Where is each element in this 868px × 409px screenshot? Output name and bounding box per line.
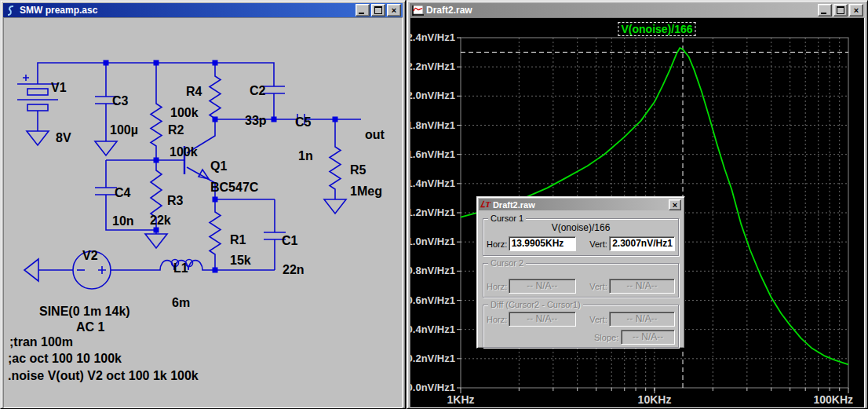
value-r3[interactable]: 22k: [150, 214, 171, 227]
cursor2-horz-field: -- N/A--: [509, 279, 577, 294]
y-tick-label: 1.6nV/Hz1: [410, 148, 455, 160]
dialog-close-button[interactable]: ×: [669, 199, 681, 210]
maximize-icon: [374, 6, 382, 14]
waveform-titlebar[interactable]: Draft2.raw ×: [410, 3, 865, 17]
y-tick-label: 1.4nV/Hz1: [410, 177, 455, 189]
cursor2-group: Cursor 2 Horz: -- N/A-- Vert: -- N/A--: [483, 263, 679, 298]
waveform-doc-icon: [411, 5, 424, 16]
x-tick-label: 100KHz: [813, 393, 853, 406]
ltspice-app-icon: 𝐿T: [480, 199, 491, 210]
label-r2[interactable]: R2: [168, 123, 184, 137]
label-c5[interactable]: C5: [295, 115, 311, 129]
maximize-button[interactable]: [833, 4, 848, 16]
cursor-dialog-titlebar[interactable]: 𝐿T Draft2.raw ×: [479, 199, 683, 210]
y-tick-label: 0.8nV/Hz1: [410, 265, 455, 276]
cursor1-group: Cursor 1 V(onoise)/166 Horz: 13.9905KHz …: [483, 218, 679, 256]
directive-noise[interactable]: .noise V(out) V2 oct 100 1k 100k: [8, 369, 199, 382]
maximize-button[interactable]: [371, 4, 385, 16]
value-v2-ac[interactable]: AC 1: [76, 320, 104, 334]
schematic-drawing[interactable]: [4, 18, 403, 408]
cursor1-vert-field[interactable]: 2.3007nV/Hz1: [609, 236, 675, 251]
waveform-window-title: Draft2.raw: [426, 5, 815, 16]
cursor2-horz-label: Horz:: [487, 282, 509, 291]
label-l1[interactable]: L1: [173, 261, 188, 275]
y-tick-label: 1.8nV/Hz1: [410, 119, 455, 131]
label-r5[interactable]: R5: [350, 163, 366, 177]
close-button[interactable]: ×: [849, 4, 863, 16]
cursor1-vert-label: Vert:: [589, 239, 609, 249]
value-l1[interactable]: 6m: [172, 296, 190, 309]
resistor-r4-symbol[interactable]: [210, 63, 221, 119]
cursor2-vert-field: -- N/A--: [609, 279, 675, 294]
value-c2[interactable]: 33p: [245, 114, 267, 127]
part-q1[interactable]: BC547C: [210, 181, 258, 194]
desktop: { "icons": { "close_glyph": "×" }, "left…: [0, 0, 868, 409]
value-r1[interactable]: 15k: [230, 254, 251, 267]
cursor1-horz-label: Horz:: [487, 239, 509, 249]
y-tick-label: 2.4nV/Hz1: [410, 31, 455, 43]
resistor-r5-symbol[interactable]: [324, 119, 346, 214]
minimize-icon: [821, 13, 826, 14]
y-tick-label: 2.0nV/Hz1: [410, 89, 455, 101]
value-r2[interactable]: 100k: [170, 145, 198, 159]
ltspice-schematic-icon: [5, 5, 17, 16]
y-tick-label: 1.2nV/Hz1: [410, 206, 455, 218]
diff-vert-field: -- N/A--: [609, 312, 675, 327]
directive-tran[interactable]: ;tran 100m: [9, 335, 73, 349]
minimize-button[interactable]: [356, 4, 370, 16]
y-tick-label: 0.2nV/Hz1: [410, 352, 455, 364]
directive-ac[interactable]: ;ac oct 100 10 100k: [8, 352, 122, 365]
diff-group: Diff (Cursor2 - Cursor1) Horz: -- N/A-- …: [483, 305, 679, 348]
close-icon: ×: [854, 6, 859, 14]
value-r4[interactable]: 100k: [170, 106, 199, 119]
resistor-r1-symbol[interactable]: [210, 199, 221, 270]
schematic-canvas[interactable]: V1 8V C3 100µ R4 100k R2 100k C2 33p C5 …: [3, 17, 403, 408]
diff-horz-field: -- N/A--: [509, 312, 577, 327]
schematic-titlebar[interactable]: SMW preamp.asc ×: [3, 3, 403, 17]
resistor-r3-symbol[interactable]: [145, 160, 167, 248]
close-icon: ×: [673, 201, 677, 209]
cursor2-group-label: Cursor 2: [488, 258, 526, 268]
close-button[interactable]: ×: [387, 4, 401, 16]
inductor-l1-symbol[interactable]: [111, 260, 204, 271]
cursor2-vert-label: Vert:: [589, 282, 609, 291]
value-c1[interactable]: 22n: [283, 263, 305, 276]
diff-slope-label: Slope:: [594, 333, 621, 342]
plot-area[interactable]: V(onoise)/166 2.4nV/Hz12.2nV/Hz12.0nV/Hz…: [410, 17, 865, 408]
label-r3[interactable]: R3: [167, 194, 183, 207]
minimize-icon: [359, 13, 364, 14]
net-label-out[interactable]: out: [365, 128, 385, 141]
resistor-r2-symbol[interactable]: [151, 63, 162, 160]
label-r1[interactable]: R1: [230, 233, 246, 246]
value-v2-sine[interactable]: SINE(0 1m 14k): [39, 305, 130, 318]
y-tick-label: 2.2nV/Hz1: [410, 60, 455, 72]
schematic-window: SMW preamp.asc ×: [0, 0, 406, 409]
diff-group-label: Diff (Cursor2 - Cursor1): [488, 300, 583, 309]
y-tick-label: 0.4nV/Hz1: [410, 323, 455, 335]
cursor-dialog-title: Draft2.raw: [493, 200, 666, 210]
y-tick-label: 0.6nV/Hz1: [410, 294, 455, 306]
label-q1[interactable]: Q1: [210, 159, 227, 173]
value-c5[interactable]: 1n: [298, 149, 313, 163]
label-c1[interactable]: C1: [282, 234, 297, 247]
label-v2[interactable]: V2: [82, 249, 98, 262]
schematic-window-title: SMW preamp.asc: [20, 5, 353, 16]
y-tick-label: 0.0nV/Hz1: [410, 382, 455, 393]
label-v1[interactable]: V1: [51, 81, 67, 94]
diff-horz-label: Horz:: [487, 315, 509, 324]
value-v1[interactable]: 8V: [56, 131, 71, 144]
trace-legend[interactable]: V(onoise)/166: [618, 22, 695, 36]
value-r5[interactable]: 1Meg: [350, 184, 382, 198]
label-c2[interactable]: C2: [250, 84, 265, 97]
label-c4[interactable]: C4: [115, 186, 130, 199]
cursor1-horz-field[interactable]: 13.9905KHz: [509, 236, 577, 251]
label-c3[interactable]: C3: [112, 94, 128, 108]
minimize-button[interactable]: [818, 4, 832, 16]
x-tick-label: 10KHz: [638, 393, 672, 406]
value-c4[interactable]: 10n: [112, 214, 134, 228]
value-c3[interactable]: 100µ: [110, 123, 138, 137]
capacitor-c3-symbol[interactable]: [95, 63, 117, 155]
y-tick-label: 1.0nV/Hz1: [410, 236, 455, 247]
label-r4[interactable]: R4: [186, 85, 202, 98]
diff-vert-label: Vert:: [589, 315, 609, 324]
